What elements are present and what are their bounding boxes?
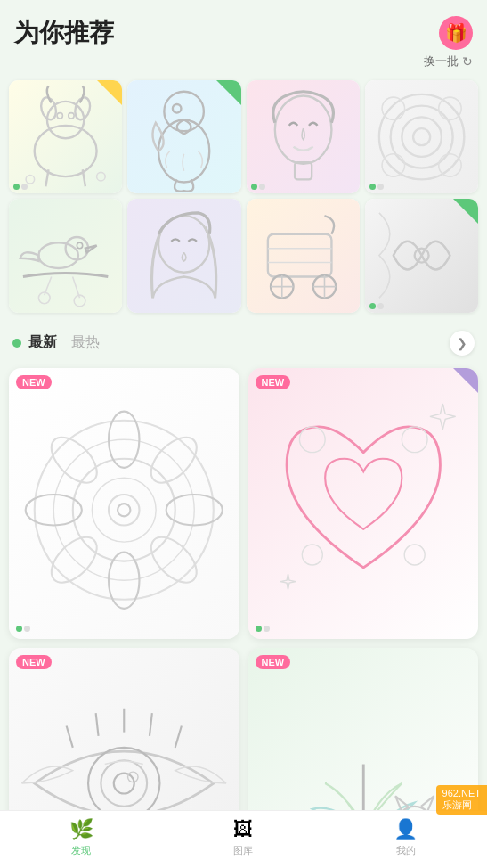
svg-point-17 (402, 117, 442, 157)
svg-point-45 (109, 495, 139, 525)
nav-label-discover: 发现 (71, 844, 91, 857)
svg-point-57 (302, 545, 322, 565)
card-girl[interactable] (247, 80, 360, 193)
svg-point-42 (53, 439, 194, 580)
refresh-icon: ↻ (462, 54, 473, 69)
tab-indicator (12, 339, 21, 348)
tab-newest[interactable]: 最新 (28, 333, 57, 352)
svg-point-16 (390, 106, 452, 168)
svg-line-65 (150, 713, 152, 736)
watermark: 962.NET 乐游网 (436, 785, 487, 815)
new-badge-heart: NEW (256, 375, 291, 389)
section-tabs: 最新 最热 ❯ (0, 323, 487, 363)
discover-icon: 🌿 (69, 818, 93, 841)
svg-rect-14 (295, 162, 312, 179)
svg-point-11 (165, 92, 205, 132)
svg-point-20 (438, 97, 460, 119)
svg-point-22 (438, 154, 460, 176)
svg-point-54 (118, 504, 130, 516)
svg-point-44 (92, 478, 156, 542)
svg-point-55 (299, 426, 325, 452)
new-badge-plant: NEW (256, 655, 291, 669)
new-badge-eye: NEW (16, 655, 52, 669)
bottom-nav: 🌿 发现 🖼 图库 👤 我的 (0, 810, 487, 868)
svg-point-0 (35, 126, 97, 176)
svg-line-66 (175, 725, 182, 747)
profile-icon: 👤 (394, 818, 418, 841)
svg-point-12 (173, 104, 182, 113)
svg-point-25 (77, 243, 82, 249)
svg-line-63 (96, 713, 99, 736)
card-partial2[interactable] (365, 199, 478, 312)
svg-point-59 (88, 747, 159, 818)
header-right: 🎁 换一批 ↻ (424, 16, 473, 70)
svg-point-43 (73, 458, 175, 561)
new-badge-mandala: NEW (16, 375, 52, 389)
watermark-sub: 乐游网 (442, 799, 472, 810)
nav-item-profile[interactable]: 👤 我的 (379, 818, 433, 857)
recommended-grid (0, 77, 487, 320)
svg-rect-31 (267, 234, 331, 277)
svg-point-19 (382, 97, 404, 119)
card-parrot[interactable] (127, 80, 240, 193)
svg-point-56 (402, 426, 427, 452)
library-icon: 🖼 (233, 818, 253, 841)
nav-item-discover[interactable]: 🌿 发现 (54, 818, 108, 857)
watermark-text: 962.NET (442, 788, 481, 798)
refresh-label: 换一批 (424, 53, 459, 70)
svg-point-15 (379, 94, 464, 179)
header: 为你推荐 🎁 换一批 ↻ (0, 0, 487, 77)
section-nav-button[interactable]: ❯ (450, 331, 475, 356)
svg-point-10 (158, 120, 209, 183)
card-cow[interactable] (9, 80, 122, 193)
svg-point-21 (382, 154, 404, 176)
svg-point-4 (57, 113, 62, 119)
new-card-heart[interactable]: NEW (248, 368, 479, 639)
svg-point-23 (38, 243, 78, 269)
card-partial1[interactable] (365, 80, 478, 193)
refresh-button[interactable]: 换一批 ↻ (424, 53, 473, 70)
page-title: 为你推荐 (14, 16, 114, 50)
svg-point-41 (35, 420, 214, 599)
card-cart[interactable] (247, 199, 360, 312)
card-girl2[interactable] (127, 199, 240, 312)
svg-point-61 (114, 773, 134, 793)
nav-item-library[interactable]: 🖼 图库 (216, 818, 270, 857)
nav-label-profile: 我的 (396, 844, 416, 857)
svg-point-18 (413, 128, 430, 145)
svg-point-58 (404, 545, 425, 565)
svg-point-7 (97, 172, 106, 181)
card-bird[interactable] (9, 199, 122, 312)
new-card-mandala[interactable]: NEW (9, 368, 239, 639)
tab-hottest[interactable]: 最热 (71, 333, 100, 352)
gift-icon[interactable]: 🎁 (439, 16, 473, 50)
svg-point-6 (26, 176, 35, 184)
new-items-grid: NEW NEW (0, 363, 487, 869)
nav-label-library: 图库 (233, 844, 253, 857)
svg-point-5 (69, 113, 74, 119)
svg-point-60 (101, 760, 147, 807)
svg-line-62 (67, 725, 73, 747)
